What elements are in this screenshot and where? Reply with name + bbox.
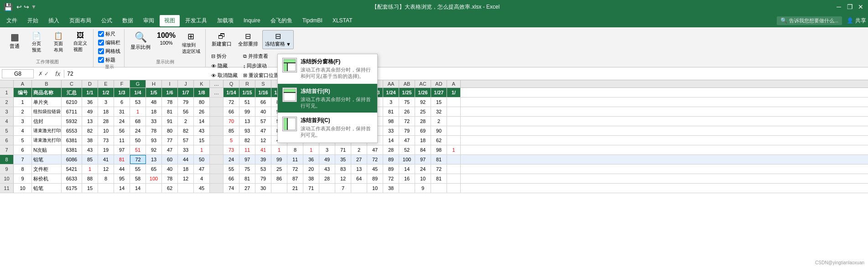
cell-3-d[interactable]: 49 — [82, 107, 98, 116]
cell-2-e[interactable]: 3 — [98, 98, 114, 107]
cell-5-i[interactable]: 80 — [162, 126, 178, 135]
minimize-button[interactable]: ─ — [835, 3, 842, 10]
cell-8-z[interactable]: 72 — [367, 155, 383, 164]
cell-6-ab[interactable]: 47 — [399, 136, 415, 145]
cell-7-v[interactable]: 1 — [303, 145, 319, 154]
cell-6-s[interactable]: 12 — [255, 136, 271, 145]
formula-input[interactable]: 72 — [64, 70, 866, 78]
cell-10-y[interactable]: 64 — [351, 174, 367, 183]
cell-10-ac[interactable]: 10 — [415, 174, 431, 183]
cell-reference[interactable]: G8 — [2, 69, 34, 78]
cell-9-s[interactable]: 53 — [255, 164, 271, 174]
col-header-ac[interactable]: AC — [415, 80, 431, 87]
cell-1-ac[interactable]: 1/26 — [415, 88, 431, 97]
cell-3-s[interactable]: 40 — [255, 107, 271, 116]
col-header-d[interactable]: D — [82, 80, 98, 87]
cell-7-c[interactable]: 6381 — [62, 145, 82, 154]
cell-2-r[interactable]: 51 — [239, 98, 255, 107]
split-button[interactable]: ⊟ 拆分 — [209, 52, 239, 61]
col-header-ae[interactable]: A — [447, 80, 461, 87]
cell-3-aa[interactable]: 81 — [383, 107, 399, 116]
cell-6-ae[interactable] — [447, 136, 461, 145]
sync-scroll-button[interactable]: ↕ 同步滚动 — [241, 62, 281, 70]
cell-11-u[interactable]: 21 — [287, 184, 303, 193]
cell-3-g[interactable]: 1 — [130, 107, 146, 116]
cell-9-a[interactable]: 8 — [14, 164, 32, 174]
cell-10-ab[interactable]: 16 — [399, 174, 415, 183]
cell-5-c[interactable]: 6553 — [62, 126, 82, 135]
menu-inquire[interactable]: Inquire — [239, 15, 265, 26]
cell-6-q[interactable]: 5 — [223, 136, 239, 145]
cell-1-g[interactable]: 1/4 — [130, 88, 146, 97]
cell-10-h[interactable]: 100 — [146, 174, 162, 183]
cell-11-h[interactable] — [146, 184, 162, 193]
cell-2-ad[interactable]: 15 — [431, 98, 447, 107]
cell-8-q[interactable]: 24 — [223, 155, 239, 164]
menu-formula[interactable]: 公式 — [97, 15, 117, 26]
col-header-r[interactable]: R — [239, 80, 255, 87]
cell-3-e[interactable]: 18 — [98, 107, 114, 116]
cell-4-ae[interactable] — [447, 117, 461, 126]
cell-6-ad[interactable]: 62 — [431, 136, 447, 145]
cell-7-ab[interactable]: 52 — [399, 145, 415, 154]
cell-10-v[interactable]: 38 — [303, 174, 319, 183]
cell-10-b[interactable]: 标价机 — [32, 174, 62, 183]
cell-8-y[interactable]: 27 — [351, 155, 367, 164]
col-header-a[interactable]: A — [14, 80, 32, 87]
cell-4-k[interactable]: 14 — [194, 117, 210, 126]
cell-2-k[interactable]: 80 — [194, 98, 210, 107]
cell-11-f[interactable]: 14 — [114, 184, 130, 193]
cell-2-g[interactable]: 53 — [130, 98, 146, 107]
cell-4-q[interactable]: 70 — [223, 117, 239, 126]
cell-8-u[interactable]: 11 — [287, 155, 303, 164]
cell-11-ac[interactable]: 9 — [415, 184, 431, 193]
cell-4-e[interactable]: 28 — [98, 117, 114, 126]
cell-5-a[interactable]: 4 — [14, 126, 32, 135]
cell-5-g[interactable]: 24 — [130, 126, 146, 135]
cell-5-aa[interactable]: 33 — [383, 126, 399, 135]
formula-bar-checkbox-group[interactable]: 编辑栏 — [97, 39, 121, 46]
cell-9-c[interactable]: 5421 — [62, 164, 82, 174]
cell-9-aa[interactable]: 89 — [383, 164, 399, 174]
cell-6-b[interactable]: 请束激光打印纸 — [32, 136, 62, 145]
cell-11-y[interactable] — [351, 184, 367, 193]
cell-4-a[interactable]: 3 — [14, 117, 32, 126]
col-header-s[interactable]: S — [255, 80, 271, 87]
col-header-ab[interactable]: AB — [399, 80, 415, 87]
cell-3-i[interactable]: 81 — [162, 107, 178, 116]
cell-9-x[interactable]: 83 — [335, 164, 351, 174]
cell-5-d[interactable]: 82 — [82, 126, 98, 135]
cell-2-f[interactable]: 6 — [114, 98, 130, 107]
cell-6-ac[interactable]: 18 — [415, 136, 431, 145]
cell-7-r[interactable]: 11 — [239, 145, 255, 154]
cell-2-c[interactable]: 6210 — [62, 98, 82, 107]
cell-1-s[interactable]: 1/16 — [255, 88, 271, 97]
cell-9-j[interactable]: 18 — [178, 164, 194, 174]
cell-4-d[interactable]: 13 — [82, 117, 98, 126]
cell-6-a[interactable]: 5 — [14, 136, 32, 145]
cell-11-c[interactable]: 6175 — [62, 184, 82, 193]
cell-3-ae[interactable] — [447, 107, 461, 116]
cell-8-k[interactable]: 50 — [194, 155, 210, 164]
cell-9-ad[interactable]: 72 — [431, 164, 447, 174]
cell-5-q[interactable]: 85 — [223, 126, 239, 135]
ruler-checkbox[interactable] — [98, 31, 104, 37]
cell-7-aa[interactable]: 28 — [383, 145, 399, 154]
cell-7-z[interactable]: 47 — [367, 145, 383, 154]
zoom-100-button[interactable]: 100% 100% — [155, 30, 178, 47]
new-window-button[interactable]: 🗗 新建窗口 — [209, 31, 234, 49]
cell-8-v[interactable]: 36 — [303, 155, 319, 164]
cell-6-d[interactable]: 38 — [82, 136, 98, 145]
cell-3-c[interactable]: 6711 — [62, 107, 82, 116]
cell-9-h[interactable]: 65 — [146, 164, 162, 174]
cell-2-j[interactable]: 79 — [178, 98, 194, 107]
cell-3-f[interactable]: 31 — [114, 107, 130, 116]
cell-8-c[interactable]: 6086 — [62, 155, 82, 164]
page-break-button[interactable]: 📄 分页预览 — [26, 30, 47, 55]
cell-8-s[interactable]: 39 — [255, 155, 271, 164]
cell-4-g[interactable]: 68 — [130, 117, 146, 126]
cell-4-aa[interactable]: 98 — [383, 117, 399, 126]
cell-9-q[interactable]: 55 — [223, 164, 239, 174]
cell-3-r[interactable]: 99 — [239, 107, 255, 116]
cell-1-f[interactable]: 1/3 — [114, 88, 130, 97]
